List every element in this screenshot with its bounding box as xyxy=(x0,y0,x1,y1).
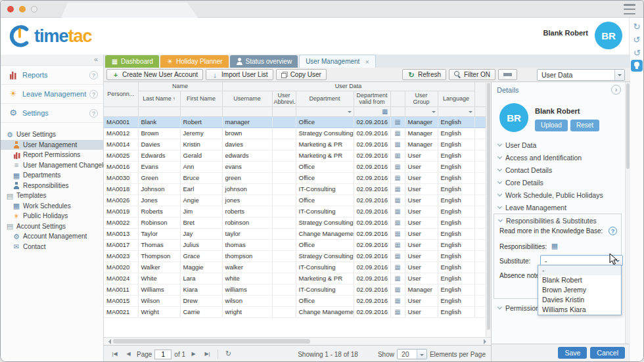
sidebar-item-user-settings[interactable]: User Settings xyxy=(1,129,103,140)
scroll-left-icon[interactable] xyxy=(106,339,111,344)
history-icon[interactable] xyxy=(394,218,402,225)
sidebar-collapse-button[interactable] xyxy=(1,55,103,66)
history-icon[interactable] xyxy=(394,173,402,181)
column-header-department-valid-from[interactable]: Department valid from xyxy=(354,91,390,106)
chevron-down-icon[interactable] xyxy=(417,350,426,359)
column-header-user-abbrevi[interactable]: User Abbrevi... xyxy=(272,91,296,106)
refresh-icon[interactable] xyxy=(632,22,642,32)
table-row[interactable]: MA0021WrightCarriewrightChange Managemen… xyxy=(104,306,486,317)
table-row[interactable]: MA0016EvansAnnevansOffice02.09.2016UserE… xyxy=(104,161,486,172)
column-header-last-name[interactable]: Last Name xyxy=(138,91,180,106)
sidebar-item-departments[interactable]: Departments xyxy=(1,170,103,181)
prev-page-button[interactable] xyxy=(123,349,134,359)
table-row[interactable]: MA0015WilsonDrewwilsonOffice02.09.2016Us… xyxy=(104,295,486,306)
help-icon[interactable] xyxy=(89,90,98,99)
undo-icon[interactable] xyxy=(632,35,642,45)
sidebar-item-report-permissions[interactable]: Report Permissions xyxy=(1,150,103,160)
import-user-list-button[interactable]: Import User List xyxy=(206,69,273,80)
dropdown-option[interactable]: Williams Kiara xyxy=(538,305,621,315)
help-icon[interactable] xyxy=(89,109,98,118)
section-responsibilities-substitutes[interactable]: Responsibilities & Substitutes xyxy=(494,214,621,227)
save-button[interactable]: Save xyxy=(558,347,587,359)
column-header-username[interactable]: Username xyxy=(222,91,272,106)
history-icon[interactable] xyxy=(394,229,402,237)
responsibilities-grid-icon[interactable] xyxy=(551,242,559,250)
sidebar-item-leave-management[interactable]: Leave Management xyxy=(1,85,103,104)
history-icon[interactable] xyxy=(394,196,402,203)
table-row[interactable]: MA0017ThomasJuliusthomasOffice02.09.2016… xyxy=(104,239,486,250)
print-button[interactable] xyxy=(498,69,517,80)
dropdown-option[interactable]: Davies Kristin xyxy=(538,295,621,305)
window-maximize-button[interactable] xyxy=(31,6,37,12)
sidebar-item-templates[interactable]: Templates xyxy=(1,191,103,201)
redo-icon[interactable] xyxy=(632,48,642,58)
history-icon[interactable] xyxy=(394,252,402,259)
table-row[interactable]: MA0011WilliamsKiarawilliamsIT-Consulting… xyxy=(104,284,486,295)
table-row[interactable]: MA0024WhiteLarawhiteMarketing & PR02.09.… xyxy=(104,273,486,284)
sidebar-item-public-holidays[interactable]: Public Holidays xyxy=(1,211,103,221)
filter-department[interactable] xyxy=(296,106,354,116)
table-row[interactable]: MA0025EdwardsGeraldedwardsMarketing & PR… xyxy=(104,150,486,161)
column-header-history[interactable] xyxy=(390,91,405,106)
browser-tab[interactable] xyxy=(61,3,198,18)
page-input[interactable] xyxy=(154,350,172,359)
filter-language[interactable] xyxy=(438,106,474,116)
refresh-button[interactable]: Refresh xyxy=(402,69,446,80)
tab-status-overview[interactable]: Status overview xyxy=(230,55,298,68)
copy-user-button[interactable]: Copy User xyxy=(276,69,327,80)
scroll-right-icon[interactable] xyxy=(484,339,489,344)
history-icon[interactable] xyxy=(394,162,402,170)
hint-lightbulb-icon[interactable] xyxy=(631,60,643,72)
sidebar-item-contact[interactable]: Contact xyxy=(1,242,103,252)
scrollbar-thumb[interactable] xyxy=(487,83,490,330)
table-row[interactable]: MA0012BrownJeremybrownStrategy Consultin… xyxy=(104,127,486,139)
history-icon[interactable] xyxy=(394,185,402,192)
section-access-and-identification[interactable]: Access and Identification xyxy=(492,151,625,164)
help-icon[interactable] xyxy=(89,71,98,79)
section-contact-details[interactable]: Contact Details xyxy=(492,164,625,176)
section-work-schedule-public-holidays[interactable]: Work Schedule, Public Holidays xyxy=(492,189,625,201)
tab-user-management[interactable]: User Management xyxy=(299,55,376,68)
table-row[interactable]: MA0020WalkerMaggiewalkerIT-Consulting02.… xyxy=(104,261,486,273)
sidebar-item-responsibilities[interactable]: Responsibilities xyxy=(1,181,103,191)
history-icon[interactable] xyxy=(394,285,402,292)
table-row[interactable]: MA0019RobertsJimrobertsIT-Consulting02.0… xyxy=(104,206,486,217)
sidebar-item-reports[interactable]: Reports xyxy=(1,66,103,85)
user-avatar[interactable]: BR xyxy=(595,22,622,49)
table-row[interactable]: MA0013TaylorJaytaylorChange Management02… xyxy=(104,228,486,239)
history-icon[interactable] xyxy=(394,140,402,147)
column-header-personnel[interactable]: Personn... xyxy=(104,82,138,106)
column-header-department[interactable]: Department xyxy=(296,91,354,106)
vertical-scrollbar[interactable] xyxy=(486,82,491,337)
table-row[interactable]: MA0022RobinsonBretrobinsonStrategy Consu… xyxy=(104,217,486,228)
column-header-first-name[interactable]: First Name xyxy=(180,91,222,106)
section-leave-management[interactable]: Leave Management xyxy=(492,201,625,214)
history-icon[interactable] xyxy=(394,296,402,304)
table-row[interactable]: MA0030GreenBrucegreenOffice02.09.2016Use… xyxy=(104,172,486,183)
table-row[interactable]: MA0023ThompsonGracethompsonStrategy Cons… xyxy=(104,250,486,261)
column-header-user-group[interactable]: User Group xyxy=(405,91,438,106)
sidebar-item-user-management[interactable]: User Management xyxy=(1,140,103,150)
pager-refresh-icon[interactable] xyxy=(223,349,234,359)
history-icon[interactable] xyxy=(394,151,402,158)
reset-button[interactable]: Reset xyxy=(570,120,599,131)
sidebar-item-work-schedules[interactable]: Work Schedules xyxy=(1,201,103,212)
tab-dashboard[interactable]: Dashboard xyxy=(105,55,159,68)
timetac-logo[interactable]: timetac xyxy=(7,23,92,49)
hamburger-menu-icon[interactable] xyxy=(624,4,635,14)
window-close-button[interactable] xyxy=(7,6,14,12)
scrollbar-thumb[interactable] xyxy=(626,83,630,169)
history-icon[interactable] xyxy=(394,274,402,281)
filter-user-group[interactable] xyxy=(405,106,438,116)
view-select[interactable]: User Data xyxy=(537,69,625,81)
close-icon[interactable] xyxy=(365,58,369,66)
dropdown-option[interactable]: Blank Robert xyxy=(538,275,621,285)
history-icon[interactable] xyxy=(394,207,402,214)
chevron-down-icon[interactable] xyxy=(614,70,624,80)
details-scrollbar[interactable] xyxy=(625,82,630,344)
column-header-language[interactable]: Language xyxy=(438,91,474,106)
history-icon[interactable] xyxy=(394,129,402,136)
cancel-button[interactable]: Cancel xyxy=(590,347,625,359)
sidebar-item-user-management-changelog[interactable]: User Management Changelog xyxy=(1,160,103,171)
dropdown-option[interactable]: - xyxy=(538,265,621,275)
